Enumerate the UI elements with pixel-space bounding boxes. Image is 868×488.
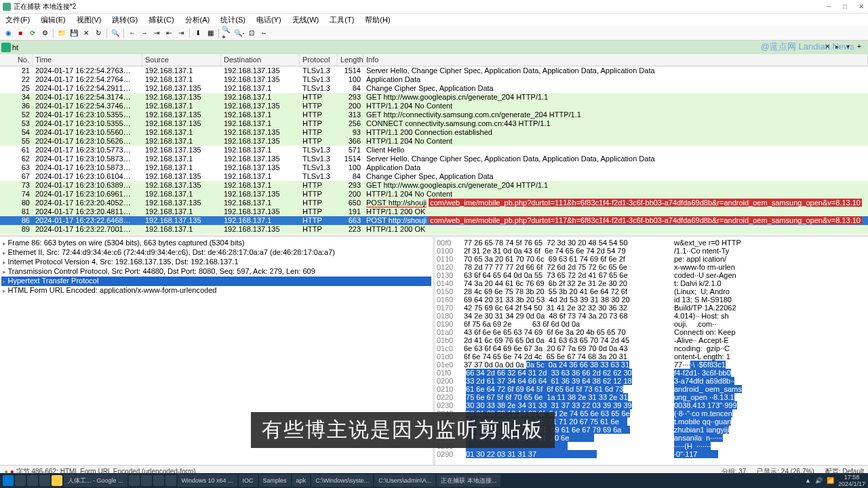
prev-icon[interactable]: ←	[127, 28, 138, 39]
taskbar-item[interactable]: apk	[292, 474, 311, 487]
hex-row[interactable]: 0230 30 30 33 38 2e 34 31 33 31 37 33 22…	[437, 401, 867, 409]
tree-node[interactable]: Frame 86: 663 bytes on wire (5304 bits),…	[1, 239, 431, 248]
filter-clear-icon[interactable]: ✕	[825, 43, 834, 52]
first-icon[interactable]: ⇤	[163, 28, 174, 39]
menu-item[interactable]: 电话(Y)	[254, 14, 284, 26]
app-icon[interactable]	[129, 475, 140, 486]
packet-row[interactable]: 522024-01-17 16:23:10.5355…192.168.137.1…	[0, 110, 868, 119]
zoom-out-icon[interactable]: 🔍-	[234, 28, 245, 39]
maximize-button[interactable]: □	[841, 3, 849, 11]
packet-row[interactable]: 632024-01-17 16:23:10.5873…192.168.137.1…	[0, 163, 868, 172]
zoom-in-icon[interactable]: 🔍+	[222, 28, 233, 39]
taskbar-item[interactable]: Windows 10 x64 ...	[178, 474, 237, 487]
packet-row[interactable]: 612024-01-17 16:23:10.5773…192.168.137.1…	[0, 146, 868, 155]
hex-row[interactable]: 018034 2e 30 31 34 29 0d 0a 48 6f 73 74 …	[437, 312, 867, 320]
hex-row[interactable]: 01b02d 41 6c 69 76 65 0d 0a 41 63 63 65 …	[437, 336, 867, 344]
hex-row[interactable]: 00f077 26 65 78 74 5f 76 65 72 3d 30 20 …	[437, 239, 867, 247]
filter-add-icon[interactable]: +	[857, 43, 867, 52]
hex-row[interactable]: 01906f 75 6a 69 2e 63 6f 6d 0d 0a ouji. …	[437, 320, 867, 328]
taskbar-item[interactable]: C:\Users\admin\A...	[374, 474, 435, 487]
tray-date[interactable]: 2024/1/17	[838, 481, 865, 487]
menu-item[interactable]: 无线(W)	[290, 14, 322, 26]
last-icon[interactable]: ⇥	[176, 28, 186, 39]
open-icon[interactable]: 📁	[56, 28, 67, 39]
hex-row[interactable]: 011070 65 3a 20 61 70 70 6c 69 63 61 74 …	[437, 255, 867, 263]
col-header-length[interactable]: Length	[338, 54, 363, 66]
hex-row[interactable]: 0260 7a 68 75 62 69 61 6e 31 69 61 6e 67…	[437, 426, 867, 434]
packet-row[interactable]: 812024-01-17 16:23:20.4811…192.168.137.1…	[0, 207, 868, 216]
taskbar-item[interactable]: IOC	[239, 474, 258, 487]
resize-cols-icon[interactable]: ↔	[258, 28, 269, 39]
hex-row[interactable]: 013063 6f 64 65 64 0d 0a 55 73 65 72 2d …	[437, 271, 867, 279]
tray-icon[interactable]: ▲	[805, 477, 811, 484]
task-view-icon[interactable]	[15, 475, 26, 486]
app-icon[interactable]	[141, 475, 152, 486]
reload-icon[interactable]: ↻	[93, 28, 104, 39]
packet-row[interactable]: 222024-01-17 16:22:54.2764…192.168.137.1…	[0, 75, 868, 84]
packet-bytes-pane[interactable]: 00f077 26 65 78 74 5f 76 65 72 3d 30 20 …	[435, 237, 868, 465]
col-header-destination[interactable]: Destination	[221, 54, 300, 66]
packet-row[interactable]: 672024-01-17 16:23:10.6104…192.168.137.1…	[0, 172, 868, 181]
minimize-button[interactable]: ─	[825, 3, 833, 11]
packet-details-pane[interactable]: Frame 86: 663 bytes on wire (5304 bits),…	[0, 237, 433, 465]
hex-row[interactable]: 01f0 66 34 2d 66 32 64 31 2d 33 63 36 66…	[437, 369, 867, 377]
hex-row[interactable]: 01a043 6f 6e 6e 65 63 74 69 6f 6e 3a 20 …	[437, 328, 867, 336]
hex-row[interactable]: 017042 75 69 6c 64 2f 54 50 31 41 2e 32 …	[437, 304, 867, 312]
packet-row[interactable]: 552024-01-17 16:23:10.5626…192.168.137.1…	[0, 137, 868, 146]
stop-capture-icon[interactable]: ■	[15, 28, 26, 39]
display-filter-input[interactable]	[12, 43, 825, 52]
hex-row[interactable]: 0290 01 30 22 03 31 31 37 ·0"·117	[437, 450, 867, 458]
colorize-icon[interactable]: ▦	[205, 28, 216, 39]
chrome-icon[interactable]	[52, 475, 62, 486]
hex-row[interactable]: 0270 61 6e 73 61 6e 69 6c 61 20 6e ansan…	[437, 434, 867, 442]
hex-row[interactable]: 014074 3a 20 44 61 6c 76 69 6b 2f 32 2e …	[437, 279, 867, 287]
hex-row[interactable]: 01d06f 6e 74 65 6e 74 2d 4c 65 6e 67 74 …	[437, 352, 867, 361]
menu-item[interactable]: 统计(S)	[218, 14, 248, 26]
filter-icon[interactable]	[1, 43, 11, 52]
menu-item[interactable]: 跳转(G)	[109, 14, 140, 26]
taskbar-item[interactable]: 人体工... - Google ...	[64, 474, 127, 487]
close-icon[interactable]: ✕	[81, 28, 92, 39]
taskbar-item[interactable]: 正在捕获 本地连接...	[437, 474, 500, 487]
packet-row[interactable]: 342024-01-17 16:22:54.3174…192.168.137.1…	[0, 93, 868, 102]
app-icon[interactable]	[165, 475, 176, 486]
hex-row[interactable]: 012078 2d 77 77 77 2d 66 6f 72 6d 2d 75 …	[437, 263, 867, 271]
zoom-fit-icon[interactable]: ⊡	[246, 28, 257, 39]
tree-node[interactable]: Ethernet II, Src: 72:44:d9:34:4e:c6 (72:…	[1, 248, 431, 258]
hex-row[interactable]: 0200 33 2d 61 37 34 64 66 64 61 36 39 64…	[437, 377, 867, 385]
find-icon[interactable]: 🔍	[110, 28, 121, 39]
menu-item[interactable]: 分析(A)	[182, 14, 213, 26]
system-tray[interactable]: ▲ 🔊 📶 17:58 2024/1/17	[805, 474, 865, 487]
hex-row[interactable]: 01e037 37 0d 0a 0d 0a 0a 5c 0a 24 36 66 …	[437, 361, 867, 369]
explorer-icon[interactable]	[27, 475, 38, 486]
network-icon[interactable]: 📶	[827, 477, 834, 484]
col-header-source[interactable]: Source	[142, 54, 221, 66]
menu-item[interactable]: 文件(F)	[3, 14, 33, 26]
packet-row[interactable]: 742024-01-17 16:23:10.6961…192.168.137.1…	[0, 190, 868, 199]
hex-row[interactable]: 01002f 31 2e 31 0d 0a 43 6f 6e 74 65 6e …	[437, 247, 867, 255]
save-icon[interactable]: 💾	[68, 28, 79, 39]
tree-node[interactable]: Internet Protocol Version 4, Src: 192.16…	[1, 258, 431, 267]
start-capture-icon[interactable]: ◉	[3, 28, 14, 39]
options-icon[interactable]: ⚙	[39, 28, 50, 39]
col-header-no[interactable]: No.	[0, 54, 33, 66]
menu-item[interactable]: 工具(T)	[327, 14, 357, 26]
autoscroll-icon[interactable]: ⬇	[193, 28, 203, 39]
tree-node[interactable]: Transmission Control Protocol, Src Port:…	[1, 267, 431, 277]
packet-row[interactable]: 212024-01-17 16:22:54.2763…192.168.137.1…	[0, 66, 868, 75]
packet-row[interactable]: 732024-01-17 16:23:10.6389…192.168.137.1…	[0, 181, 868, 190]
packet-list-body[interactable]: 212024-01-17 16:22:54.2763…192.168.137.1…	[0, 66, 868, 235]
hex-row[interactable]: 0210 61 6e 64 72 6f 69 64 5f 6f 65 6d 5f…	[437, 385, 867, 393]
taskbar-item[interactable]: Samples	[259, 474, 291, 487]
filter-bookmark-icon[interactable]: ▾	[846, 43, 856, 52]
packet-row[interactable]: 862024-01-17 16:23:22.6468…192.168.137.1…	[0, 216, 868, 225]
menu-item[interactable]: 编辑(E)	[38, 14, 68, 26]
packet-row[interactable]: 532024-01-17 16:23:10.5355…192.168.137.1…	[0, 119, 868, 128]
restart-capture-icon[interactable]: ⟳	[27, 28, 38, 39]
start-button-icon[interactable]	[3, 475, 14, 486]
hex-row[interactable]: 0220 75 6e 67 5f 6f 70 65 6e 1a 11 38 2e…	[437, 393, 867, 401]
app-icon[interactable]	[153, 475, 164, 486]
tree-node[interactable]: HTML Form URL Encoded: application/x-www…	[1, 286, 431, 296]
volume-icon[interactable]: 🔊	[815, 477, 823, 484]
col-header-protocol[interactable]: Protocol	[300, 54, 338, 66]
